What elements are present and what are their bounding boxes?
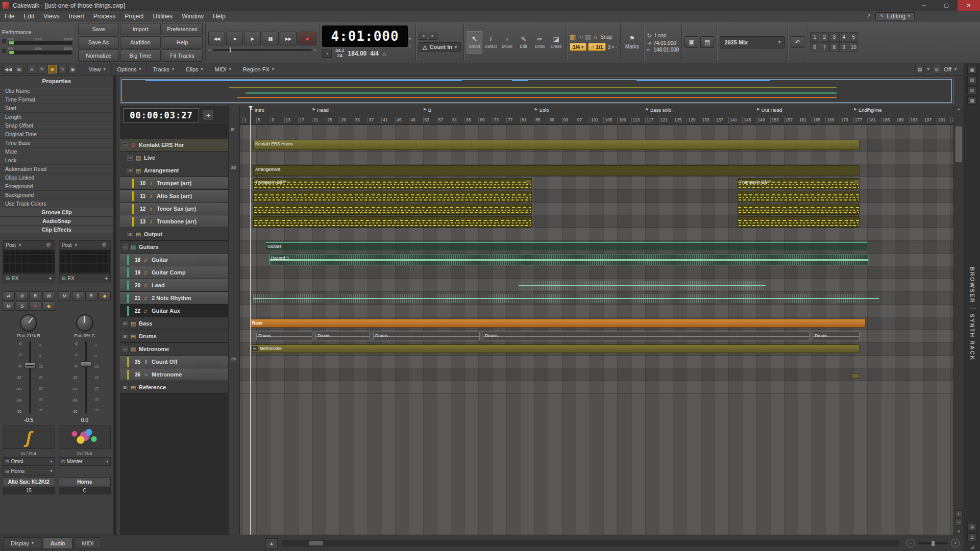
track-row-drums[interactable]: ⊞▤Drums xyxy=(120,330,228,343)
mix-preset-dropdown[interactable]: 2025 Mix ▾ xyxy=(720,36,785,48)
fx-rack[interactable]: ⊙FX+ xyxy=(3,273,55,283)
expand-icon[interactable]: ⊞ xyxy=(122,385,128,390)
play-mini-icon[interactable]: ▸ xyxy=(409,36,411,41)
expand-icon[interactable]: ⊞ xyxy=(122,334,128,339)
marker-head[interactable]: ⚑Head xyxy=(312,107,329,113)
strip-button-icon[interactable]: ● xyxy=(29,302,41,311)
track-row-metronome[interactable]: 36≈Metronome xyxy=(120,368,228,381)
clip-midi[interactable] xyxy=(253,204,532,215)
clip-record-3[interactable]: Record 3 xyxy=(269,254,869,265)
route-dropdown-omni[interactable]: ⊞Omni▾ xyxy=(3,457,55,466)
menu-utilities[interactable]: Utilities xyxy=(149,12,178,21)
clips-pane[interactable]: Kontakt ERS HornsArrangementTrumpet in B… xyxy=(240,125,953,535)
strip-button-m[interactable]: M xyxy=(3,302,15,311)
tab-midi[interactable]: MIDI xyxy=(74,537,101,549)
marker-out-head[interactable]: ⚑Out Head xyxy=(756,107,782,113)
pan-knob[interactable] xyxy=(76,314,93,332)
magnet-icon[interactable]: ∩ xyxy=(593,34,597,40)
browser-tab-browser[interactable]: BROWSER xyxy=(969,267,975,303)
screenset-8[interactable]: 8 xyxy=(829,42,839,52)
dock-icon-1[interactable]: ⊞ xyxy=(15,65,23,73)
expand-icon[interactable]: ⊟ xyxy=(127,168,133,173)
horizontal-scrollbar[interactable] xyxy=(282,540,899,546)
menu-insert[interactable]: Insert xyxy=(64,12,89,21)
strip-button-icon[interactable]: ◆ xyxy=(99,291,111,300)
tool-select[interactable]: ISelect xyxy=(483,31,499,54)
menu-clips[interactable]: Clips▾ xyxy=(180,63,209,75)
marker-solo[interactable]: ⚑Solo xyxy=(534,107,549,113)
expand-icon[interactable]: ⊟ xyxy=(122,142,128,148)
horizontal-scroll-thumb[interactable] xyxy=(309,541,323,545)
screenset-7[interactable]: 7 xyxy=(820,42,829,52)
collapse-button[interactable]: ▲ xyxy=(265,538,278,548)
fader-thumb[interactable] xyxy=(24,363,36,368)
clip-drums[interactable]: Drums xyxy=(813,332,860,340)
tool-smart[interactable]: ↖Smart xyxy=(467,31,482,54)
track-row-lead[interactable]: 20♬Lead xyxy=(120,279,228,292)
clip-midi[interactable] xyxy=(738,204,860,215)
import-button[interactable]: Import xyxy=(120,23,161,35)
zoom-in-button[interactable]: + xyxy=(951,539,960,547)
punch-in-icon[interactable]: ⇥ xyxy=(419,33,427,40)
marker-b[interactable]: ⚑B xyxy=(423,107,432,113)
normalize-button[interactable]: Normalize xyxy=(78,49,119,62)
position-slider[interactable] xyxy=(213,49,312,51)
expand-icon[interactable]: ⊟ xyxy=(122,244,128,250)
section-groove-clip[interactable]: Groove Clip xyxy=(0,208,113,217)
clip-metronome[interactable]: MMetronome xyxy=(250,344,860,353)
meter-display[interactable]: 4/4 xyxy=(370,50,379,57)
expand-icon[interactable]: ⊞ xyxy=(127,232,133,237)
strip-button-icon[interactable]: ◆ xyxy=(42,302,55,311)
clip-trumpet-in-b[interactable]: Trumpet in Bâ™ xyxy=(253,178,532,189)
navigator-pane[interactable] xyxy=(120,78,953,104)
clip-mini[interactable] xyxy=(853,180,860,184)
clip-drums[interactable]: Drums xyxy=(256,332,312,340)
snap-intensity-dropdown[interactable]: 3 ▾ xyxy=(607,44,614,50)
loop-icon[interactable]: ↻ xyxy=(647,32,652,39)
help-button[interactable]: Help xyxy=(162,36,203,48)
property-time-format[interactable]: Time Format xyxy=(0,95,113,104)
edit-tool-icon-4[interactable]: ◉ xyxy=(68,65,77,73)
screenset-4[interactable]: 4 xyxy=(839,32,848,42)
loop-end-time[interactable]: 146:01:000 xyxy=(653,47,679,53)
section-audiosnap[interactable]: AudioSnap xyxy=(0,217,113,226)
play-button[interactable]: ▶ xyxy=(244,32,261,45)
clip-trumpet-in-b[interactable]: Trumpet in Bâ™ xyxy=(738,178,860,189)
fit-tracks-button[interactable]: Fit Tracks xyxy=(162,49,203,62)
track-row-metronome[interactable]: ⊟▤Metronome xyxy=(120,343,228,356)
screenset-10[interactable]: 10 xyxy=(849,42,858,52)
property-clips-linked[interactable]: Clips Linked xyxy=(0,173,113,182)
track-row-alto-sax-arr[interactable]: 11♪Alto Sax (arr) xyxy=(120,190,228,203)
track-row-guitars[interactable]: ⊟▤Guitars xyxy=(120,241,228,254)
time-ruler[interactable]: ⚑Intro⚑Head⚑B⚑Solo⚑Bass solo.⚑Out Head⚑E… xyxy=(240,106,953,125)
screenset-3[interactable]: 3 xyxy=(829,32,839,42)
dock-icon-0[interactable]: ◀◀ xyxy=(3,65,13,73)
clip-arrangement[interactable]: Arrangement xyxy=(253,165,860,176)
screenset-1[interactable]: 1 xyxy=(810,32,819,42)
track-row-2-note-rhythm[interactable]: 21♬2 Note Rhythm xyxy=(120,292,228,305)
track-row-arrangement[interactable]: ⊟▤Arrangement xyxy=(120,164,228,177)
browser-top-icon-0[interactable]: ▣ xyxy=(967,66,977,74)
strip-button-r[interactable]: R xyxy=(85,291,97,300)
clock-icon[interactable]: ◔ xyxy=(322,49,332,58)
post-dropdown[interactable]: Post▾ xyxy=(3,240,55,250)
tab-audio[interactable]: Audio xyxy=(43,537,72,549)
menu-file[interactable]: File xyxy=(0,12,19,21)
tool-draw[interactable]: ✏Draw xyxy=(532,31,548,54)
count-in-dropdown[interactable]: △ Count In ▾ xyxy=(419,42,461,52)
edit-tool-icon-2[interactable]: ⊕ xyxy=(48,65,57,73)
zoom-out-v-button[interactable]: − xyxy=(955,518,963,525)
track-row-trombone-arr[interactable]: 13♪Trombone (arr) xyxy=(120,215,228,228)
punch-out-icon[interactable]: ⇤ xyxy=(429,33,437,40)
edit-tool-icon-1[interactable]: ✎ xyxy=(38,65,46,73)
track-row-tenor-sax-arr[interactable]: 12♪Tenor Sax (arr) xyxy=(120,203,228,215)
track-row-live[interactable]: ⊞▤Live xyxy=(120,152,228,164)
zoom-slider[interactable] xyxy=(918,542,948,544)
rewind-button[interactable]: ◀◀ xyxy=(208,32,225,45)
clip-wavebare[interactable] xyxy=(519,281,766,290)
menu-process[interactable]: Process xyxy=(89,12,120,21)
preferences-button[interactable]: Preferences xyxy=(162,23,203,35)
browser-bottom-icon-1[interactable]: B xyxy=(967,533,977,541)
minimize-button[interactable]: ─ xyxy=(913,0,935,11)
track-row-trumpet-arr[interactable]: 10♪Trumpet (arr) xyxy=(120,177,228,190)
